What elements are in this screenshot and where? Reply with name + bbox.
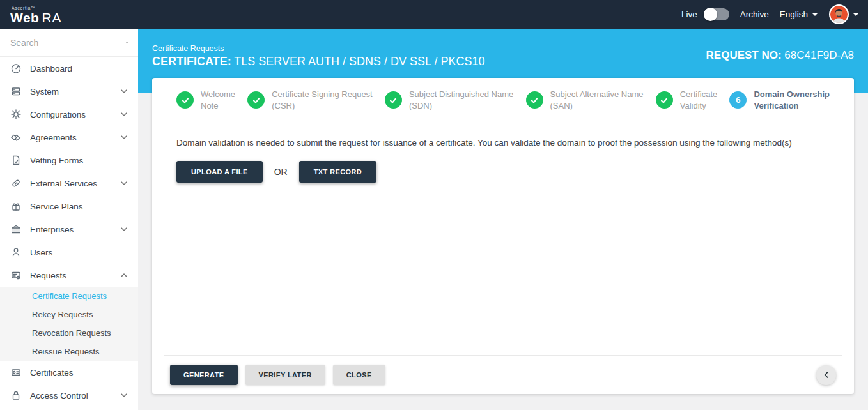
chevron-left-icon [822, 370, 831, 379]
chevron-down-icon [120, 87, 128, 95]
close-button[interactable]: CLOSE [333, 365, 385, 385]
bank-icon [10, 224, 22, 235]
chevron-down-icon [120, 110, 128, 118]
sidebar-item-dashboard[interactable]: Dashboard [0, 57, 138, 80]
sidebar-item-partial [0, 407, 138, 410]
step-san[interactable]: Subject Alternative Name(SAN) [526, 89, 644, 111]
sidebar-item-rekey-requests[interactable]: Rekey Requests [0, 305, 138, 324]
step-welcome-note[interactable]: WelcomeNote [176, 89, 235, 111]
server-icon [10, 86, 22, 97]
step-content: Domain validation is needed to submit th… [152, 121, 854, 355]
language-selector[interactable]: English [780, 10, 818, 19]
txt-record-button[interactable]: TXT RECORD [299, 161, 377, 183]
request-number: REQUEST NO: 68C41F9D-A8 [706, 49, 854, 62]
toggle-knob[interactable] [704, 8, 717, 21]
generate-button[interactable]: GENERATE [170, 365, 238, 385]
document-icon [10, 155, 22, 166]
chevron-down-icon [120, 179, 128, 187]
sidebar-item-users[interactable]: Users [0, 241, 138, 264]
user-menu[interactable] [829, 4, 859, 24]
step-sdn[interactable]: Subject Distinguished Name(SDN) [385, 89, 513, 111]
search-icon[interactable] [126, 37, 128, 48]
request-card-icon [10, 270, 22, 281]
user-icon [10, 247, 22, 258]
sidebar-item-certificate-requests[interactable]: Certificate Requests [0, 287, 138, 305]
chevron-down-icon [120, 133, 128, 141]
dashboard-icon [10, 63, 22, 74]
link-icon [10, 178, 22, 189]
or-label: OR [274, 167, 288, 177]
sidebar-item-configurations[interactable]: Configurations [0, 103, 138, 126]
step-check-icon [656, 91, 673, 109]
main-area: Certificate Requests CERTIFICATE: TLS SE… [138, 29, 868, 410]
sidebar: Dashboard System Configurations Agreemen… [0, 29, 138, 410]
sidebar-item-certificates[interactable]: Certificates [0, 361, 138, 384]
avatar[interactable] [829, 4, 849, 24]
wizard-stepper: WelcomeNote Certificate Signing Request(… [152, 78, 854, 121]
brand-ascertia: Ascertia™ [12, 6, 62, 10]
chevron-up-icon [120, 271, 128, 279]
step-domain-ownership[interactable]: 6 Domain OwnershipVerification [729, 89, 829, 111]
live-label: Live [681, 10, 697, 19]
chevron-down-icon [853, 13, 859, 16]
wizard-footer: GENERATE VERIFY LATER CLOSE [164, 355, 842, 394]
sidebar-search [0, 29, 138, 57]
step-check-icon [176, 91, 194, 109]
sidebar-item-system[interactable]: System [0, 80, 138, 103]
step-check-icon [526, 91, 543, 109]
brand-logo: Ascertia™ WebRA [10, 4, 62, 24]
sidebar-item-revocation-requests[interactable]: Revocation Requests [0, 324, 138, 342]
brand-webra: WebRA [10, 11, 62, 24]
step-certificate-validity[interactable]: CertificateValidity [656, 89, 718, 111]
sidebar-item-enterprises[interactable]: Enterprises [0, 218, 138, 241]
validation-methods: UPLOAD A FILE OR TXT RECORD [176, 161, 830, 183]
validation-description: Domain validation is needed to submit th… [176, 138, 830, 148]
wizard-card: WelcomeNote Certificate Signing Request(… [152, 78, 854, 394]
lock-icon [10, 390, 22, 401]
sidebar-item-agreements[interactable]: Agreements [0, 126, 138, 149]
gift-icon [10, 201, 22, 212]
chevron-down-icon [812, 13, 818, 16]
previous-step-button[interactable] [816, 365, 836, 385]
handshake-icon [10, 132, 22, 143]
upload-a-file-button[interactable]: UPLOAD A FILE [176, 161, 263, 183]
gear-icon [10, 109, 22, 120]
sidebar-item-external-services[interactable]: External Services [0, 172, 138, 195]
sidebar-item-access-control[interactable]: Access Control [0, 384, 138, 407]
sidebar-item-service-plans[interactable]: Service Plans [0, 195, 138, 218]
step-number-badge: 6 [729, 91, 747, 109]
sidebar-item-reissue-requests[interactable]: Reissue Requests [0, 342, 138, 361]
sidebar-item-requests[interactable]: Requests [0, 264, 138, 287]
chevron-down-icon [120, 391, 128, 399]
live-archive-toggle[interactable] [704, 8, 729, 20]
avatar-face-icon [830, 6, 848, 23]
top-bar: Ascertia™ WebRA Live Archive English [0, 0, 868, 29]
requests-submenu: Certificate Requests Rekey Requests Revo… [0, 287, 138, 361]
search-input[interactable] [10, 38, 126, 48]
verify-later-button[interactable]: VERIFY LATER [245, 365, 325, 385]
sidebar-item-vetting-forms[interactable]: Vetting Forms [0, 149, 138, 172]
step-check-icon [247, 91, 265, 109]
step-check-icon [385, 91, 402, 109]
archive-label: Archive [740, 10, 769, 19]
chevron-down-icon [120, 225, 128, 233]
step-csr[interactable]: Certificate Signing Request(CSR) [247, 89, 373, 111]
certificate-icon [10, 367, 22, 378]
